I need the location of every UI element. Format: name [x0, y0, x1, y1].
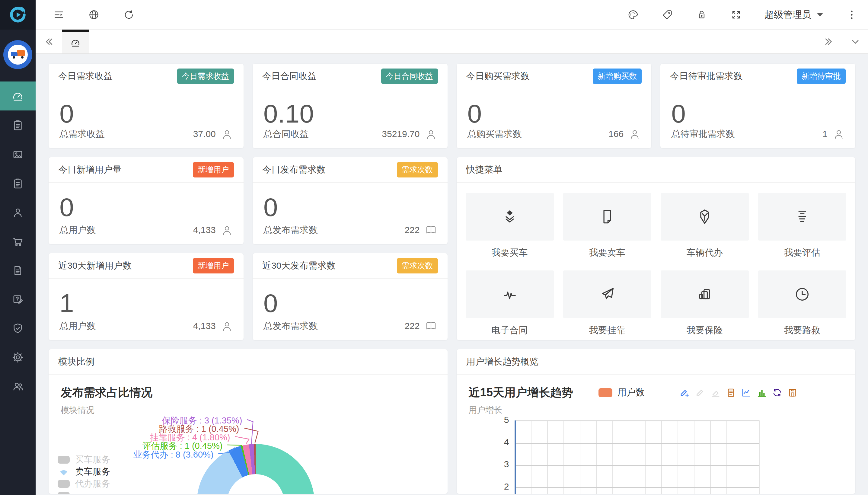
stat-card-new-users-today: 今日新增用户量 新增用户 0 总用户数 4,133	[49, 157, 244, 244]
quick-item-label: 我要卖车	[589, 246, 625, 259]
person-icon	[12, 206, 24, 219]
eraser-icon[interactable]	[710, 387, 721, 398]
status-badge: 新增购买数	[593, 69, 642, 84]
clipboard-icon	[12, 177, 24, 190]
quick-item-insurance[interactable]: 我要保险	[661, 270, 749, 337]
sidebar-item-feedback[interactable]	[0, 285, 36, 314]
line-chart-title: 近15天用户增长趋势	[469, 385, 573, 400]
legend-label: 用户数	[618, 386, 645, 399]
lines-icon	[794, 208, 811, 225]
tabs-menu-button[interactable]	[842, 30, 868, 53]
sidebar-item-profile[interactable]	[0, 198, 36, 227]
sidebar-item-users[interactable]	[0, 372, 36, 401]
collapse-menu-icon[interactable]	[53, 9, 65, 21]
y-gridline	[515, 465, 759, 466]
palette-icon[interactable]	[627, 9, 639, 21]
refresh-icon[interactable]	[123, 9, 135, 21]
y-axis-tick: 2	[487, 481, 509, 492]
x-gridline	[629, 421, 629, 494]
quick-item-affiliation[interactable]: 我要挂靠	[563, 270, 651, 337]
stat-value: 0	[59, 101, 244, 126]
stat-value: 0	[263, 194, 448, 220]
data-view-icon[interactable]	[726, 387, 736, 398]
quick-item-road-rescue[interactable]: 我要路救	[758, 270, 846, 337]
stat-value: 0	[263, 290, 448, 316]
fullscreen-icon[interactable]	[730, 9, 742, 21]
paper-plane-icon	[598, 286, 616, 303]
stat-card-purchase-demands: 今日购买需求数 新增购买数 0 总购买需求数 166	[457, 64, 652, 148]
quick-item-vehicle-agency[interactable]: 车辆代办	[661, 193, 749, 259]
sidebar-item-audit[interactable]	[0, 314, 36, 343]
quick-item-e-contract[interactable]: 电子合同	[466, 270, 554, 337]
stat-total-label: 总用户数	[59, 320, 96, 332]
sidebar-item-documents[interactable]	[0, 256, 36, 285]
quick-item-buy-car[interactable]: 我要买车	[466, 193, 554, 259]
app-logo	[0, 0, 36, 30]
edit-add-icon[interactable]	[679, 387, 690, 398]
user-icon	[424, 128, 437, 140]
user-icon	[221, 320, 233, 332]
user-role-dropdown[interactable]: 超级管理员	[764, 8, 823, 21]
edit-icon[interactable]	[695, 387, 706, 398]
tabs-scroll-right-button[interactable]	[815, 30, 842, 53]
book-icon	[424, 320, 437, 332]
stat-total-label: 总合同收益	[263, 128, 309, 140]
sidebar	[0, 0, 36, 495]
stat-value: 1	[59, 290, 244, 316]
quick-item-sell-car[interactable]: 我要卖车	[563, 193, 651, 259]
stat-total-value: 35219.70	[382, 129, 419, 139]
globe-icon[interactable]	[88, 9, 100, 21]
cart-icon	[12, 235, 24, 248]
card-title: 今日购买需求数	[466, 70, 530, 82]
tab-dashboard[interactable]	[62, 30, 89, 53]
x-gridline	[563, 421, 564, 494]
pie-label-business-agency: 业务代办 : 8 (3.60%)	[134, 449, 214, 461]
stat-total-value: 166	[608, 129, 624, 139]
x-gridline	[596, 421, 597, 494]
stat-total-label: 总待审批需求数	[671, 128, 734, 140]
cube-icon	[696, 208, 713, 225]
sidebar-item-orders[interactable]	[0, 111, 36, 140]
quick-item-label: 我要评估	[784, 246, 820, 259]
sidebar-item-settings[interactable]	[0, 343, 36, 372]
quick-item-label: 我要保险	[687, 324, 723, 337]
quick-menu-card: 快捷菜单 我要买车 我要卖车 车辆代办 我要评估	[457, 157, 856, 340]
image-icon	[12, 148, 24, 161]
main-content: 今日需求收益 今日需求收益 0 总需求收益 37.00 今日合同收益 今日合同收…	[36, 54, 868, 495]
clipboard-icon	[12, 119, 24, 132]
stat-total-value: 222	[404, 225, 419, 235]
restore-icon[interactable]	[772, 387, 783, 398]
users-icon	[12, 380, 24, 393]
line-chart-icon[interactable]	[741, 387, 752, 398]
stat-card-pending-approval: 今日待审批需求数 新增待审批 0 总待审批需求数 1	[660, 64, 855, 148]
card-title: 近30天新增用户数	[58, 260, 132, 272]
sidebar-item-dashboard[interactable]	[0, 82, 36, 110]
x-gridline	[661, 421, 662, 494]
topbar: 超级管理员	[36, 0, 868, 30]
x-gridline	[678, 421, 678, 494]
bar-chart-icon[interactable]	[756, 387, 767, 398]
legend-item-user-count[interactable]: 用户数	[598, 386, 645, 399]
tag-icon[interactable]	[661, 9, 673, 21]
stat-card-demands-today: 今日发布需求数 需求次数 0 总发布需求数 222	[253, 157, 448, 244]
quick-item-label: 我要买车	[492, 246, 528, 259]
lock-icon[interactable]	[696, 9, 708, 21]
sidebar-item-requirements[interactable]	[0, 169, 36, 198]
stat-value: 0.10	[263, 101, 448, 126]
stat-total-value: 222	[404, 321, 419, 331]
layers-icon	[501, 208, 519, 225]
x-gridline	[580, 421, 580, 494]
sidebar-item-purchases[interactable]	[0, 227, 36, 256]
stat-total-label: 总购买需求数	[468, 128, 522, 140]
quick-item-evaluate[interactable]: 我要评估	[758, 193, 846, 259]
sidebar-item-media[interactable]	[0, 140, 36, 169]
save-image-icon[interactable]	[787, 387, 798, 398]
chart-toolbox	[679, 387, 798, 398]
stat-total-value: 37.00	[193, 129, 216, 139]
x-gridline	[710, 421, 711, 494]
tabs-scroll-left-button[interactable]	[36, 30, 62, 53]
y-gridline	[515, 421, 759, 421]
shield-check-icon	[12, 322, 24, 335]
kebab-menu-icon[interactable]	[846, 9, 858, 21]
card-title: 快捷菜单	[466, 164, 503, 176]
